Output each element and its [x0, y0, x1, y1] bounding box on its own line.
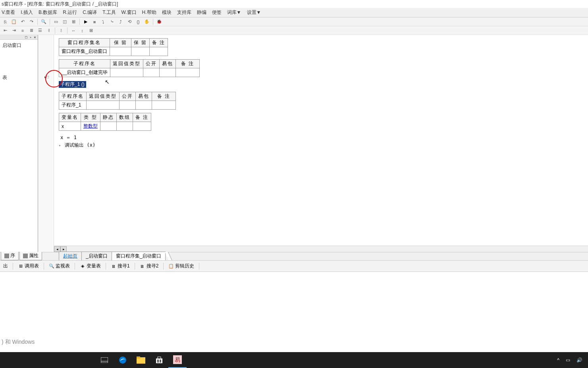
height-icon[interactable]: ↕	[79, 27, 86, 34]
sub1-remark-cell[interactable]	[176, 68, 200, 77]
menu-jingbian[interactable]: 静编	[197, 9, 206, 16]
sub2-remark-cell[interactable]	[152, 101, 176, 110]
bp-search2[interactable]: 🗎搜寻2	[138, 262, 160, 270]
sidebar-item-table[interactable]: 表	[1, 74, 37, 82]
bp-output[interactable]: 出	[2, 262, 10, 270]
align1-icon[interactable]: ≡	[19, 27, 26, 34]
align4-icon[interactable]: ⫴	[45, 27, 52, 34]
current-exec-line[interactable]: 子程序_1 ()	[59, 81, 86, 88]
scroll-right-icon[interactable]: ▸	[60, 246, 67, 252]
menu-db[interactable]: B.数据库	[39, 9, 57, 16]
bp-vars[interactable]: ◈变量表	[78, 262, 102, 270]
bp-clipboard[interactable]: 📋剪辑历史	[167, 262, 196, 270]
task-view-icon[interactable]	[95, 352, 114, 368]
asm-remark-cell[interactable]	[150, 47, 168, 56]
layout2-icon[interactable]: ◫	[61, 18, 68, 25]
editor-hscrollbar[interactable]: ◂ ▸	[54, 246, 588, 252]
paste-icon[interactable]: 📋	[10, 18, 17, 25]
bp-calltable[interactable]: ⊞调用表	[16, 262, 40, 270]
menu-insert[interactable]: I.插入	[21, 9, 33, 16]
asm-name-cell[interactable]: 窗口程序集_启动窗口	[59, 47, 110, 56]
var-type-cell[interactable]: 整数型	[81, 122, 100, 131]
var-array-cell[interactable]	[117, 122, 133, 131]
sidebar-tab-attr[interactable]: 属性	[19, 251, 42, 260]
align2-icon[interactable]: ≣	[28, 27, 35, 34]
outdent-icon[interactable]: ⇤	[2, 27, 9, 34]
menu-tools[interactable]: T.工具	[102, 9, 116, 16]
scroll-left-icon[interactable]: ◂	[54, 246, 60, 252]
sidebar-close-icon[interactable]: ×	[33, 35, 37, 39]
sidebar-min-icon[interactable]: □	[24, 35, 28, 39]
menu-cilib[interactable]: 词库▼	[227, 9, 241, 16]
sidebar-pin-icon[interactable]: ▫	[29, 35, 33, 39]
tab-start[interactable]: 起始页	[59, 252, 82, 260]
sidebar-tab-attr-label: 属性	[29, 252, 39, 259]
tab-window[interactable]: _启动窗口	[81, 252, 112, 260]
sub2-pub-cell[interactable]	[120, 101, 136, 110]
step-out-icon[interactable]: ⤴	[117, 18, 124, 25]
step-back-icon[interactable]: ⟲	[126, 18, 133, 25]
tray-up-icon[interactable]: ^	[555, 356, 562, 364]
braces-icon[interactable]: {}	[135, 18, 142, 25]
asm-res2-cell[interactable]	[131, 47, 149, 56]
var-static-cell[interactable]	[100, 122, 117, 131]
sidebar-tab-xu[interactable]: 序	[1, 251, 19, 260]
menu-help[interactable]: H.帮助	[142, 9, 156, 16]
asm-res1-cell[interactable]	[110, 47, 131, 56]
hand-icon[interactable]: ✋	[143, 18, 150, 25]
menu-bianqian[interactable]: 便签	[212, 9, 222, 16]
var-remark-cell[interactable]	[133, 122, 151, 131]
width-icon[interactable]: ↔	[70, 27, 77, 34]
copy-icon[interactable]: ⎘	[2, 18, 9, 25]
step-into-icon[interactable]: ⤷	[108, 18, 116, 25]
sub1-pkg-cell[interactable]	[160, 68, 176, 77]
tab-assembly[interactable]: 窗口程序集_启动窗口	[112, 252, 166, 260]
bp-watch[interactable]: 🔍监视表	[47, 262, 71, 270]
store-icon[interactable]	[150, 352, 168, 368]
fold-expand-icon[interactable]: ▸□	[44, 75, 49, 79]
search1-icon: 🗎	[111, 263, 116, 269]
sub2-name-cell[interactable]: 子程序_1	[59, 101, 87, 110]
tray-network-icon[interactable]: ▭	[563, 356, 573, 364]
menu-module[interactable]: 模块	[162, 9, 172, 16]
layout1-icon[interactable]: ▭	[52, 18, 60, 25]
svg-rect-4	[137, 356, 140, 358]
code-line-assign[interactable]: x ＝ 1	[60, 134, 583, 141]
sidebar-item-startwindow[interactable]: 启动窗口	[1, 41, 37, 50]
var-name-cell[interactable]: x	[59, 122, 81, 131]
code-line-debugout[interactable]: ▸ 调试输出 (x)	[59, 141, 583, 149]
menu-settings[interactable]: 设置▼	[247, 9, 261, 16]
layout3-icon[interactable]: ⊞	[70, 18, 77, 25]
bp-search1[interactable]: 🗎搜寻1	[109, 262, 131, 270]
menu-support[interactable]: 支持库	[177, 9, 191, 16]
stop-icon[interactable]: ■	[91, 18, 98, 25]
menu-run[interactable]: R.运行	[63, 9, 77, 16]
run-icon[interactable]: ▶	[82, 18, 89, 25]
fn-args: (x)	[87, 142, 96, 148]
eyuyan-app-icon[interactable]: 易	[168, 352, 187, 368]
code-editor[interactable]: 窗口程序集名 保 留 保 留 备 注 窗口程序集_启动窗口 子程序名 返回值类型…	[54, 35, 588, 252]
var-hdr-static: 静态	[100, 113, 117, 122]
menu-compile[interactable]: C.编译	[83, 9, 97, 16]
redo-icon[interactable]: ↷	[28, 18, 35, 25]
undo-icon[interactable]: ↶	[19, 18, 26, 25]
menu-view[interactable]: V.查看	[2, 9, 15, 16]
filter-icon[interactable]: ⫱	[58, 27, 65, 34]
file-explorer-icon[interactable]	[132, 352, 150, 368]
edge-icon[interactable]	[114, 352, 132, 368]
align3-icon[interactable]: ☰	[37, 27, 44, 34]
sub2-pkg-cell[interactable]	[136, 101, 152, 110]
type-link[interactable]: 整数型	[83, 123, 98, 129]
sub1-name-cell[interactable]: __启动窗口_创建完毕	[59, 68, 110, 77]
indent-icon[interactable]: ⇥	[10, 27, 17, 34]
menu-window[interactable]: W.窗口	[121, 9, 137, 16]
sub1-ret-cell[interactable]	[110, 68, 143, 77]
tray-volume-icon[interactable]: 🔊	[574, 356, 585, 364]
sub1-hdr-ret: 返回值类型	[110, 60, 143, 68]
sub2-ret-cell[interactable]	[87, 101, 120, 110]
sub1-pub-cell[interactable]	[143, 68, 160, 77]
grid-icon[interactable]: ⊞	[87, 27, 94, 34]
find-icon[interactable]: 🔍	[40, 18, 47, 25]
step-over-icon[interactable]: ⤵	[100, 18, 107, 25]
bug-icon[interactable]: 🐞	[156, 18, 163, 25]
